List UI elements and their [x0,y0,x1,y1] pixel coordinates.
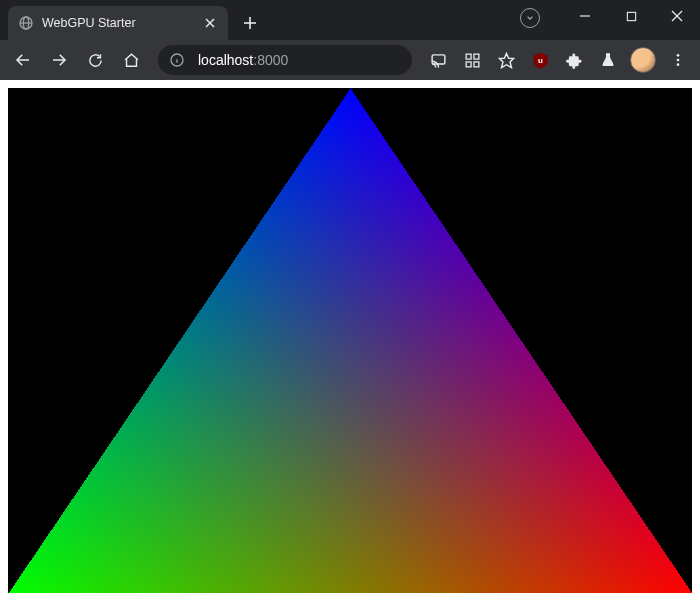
svg-point-23 [677,54,680,57]
browser-toolbar: localhost:8000 u [0,40,700,80]
bookmark-icon[interactable] [490,45,522,75]
tab-title: WebGPU Starter [42,16,194,30]
window-controls [562,0,700,32]
new-tab-button[interactable] [236,9,264,37]
cast-icon[interactable] [422,45,454,75]
apps-icon[interactable] [456,45,488,75]
svg-rect-8 [627,12,635,20]
window-close-button[interactable] [654,0,700,32]
home-button[interactable] [114,45,148,75]
tab-close-icon[interactable] [202,15,218,31]
svg-rect-16 [432,54,445,63]
omnibox-port: :8000 [253,52,288,68]
omnibox-host: localhost [198,52,253,68]
omnibox[interactable]: localhost:8000 [158,45,412,75]
browser-titlebar: WebGPU Starter [0,0,700,40]
globe-icon [18,15,34,31]
svg-rect-20 [473,61,478,66]
canvas-container [8,88,692,593]
window-maximize-button[interactable] [608,0,654,32]
page-viewport [0,80,700,601]
svg-marker-21 [499,53,513,67]
chevron-down-icon[interactable] [520,8,540,28]
svg-rect-17 [466,54,471,59]
svg-point-24 [677,59,680,62]
ublock-icon[interactable]: u [524,45,556,75]
svg-text:u: u [538,55,543,64]
reload-button[interactable] [78,45,112,75]
svg-rect-19 [466,61,471,66]
omnibox-url: localhost:8000 [198,52,288,68]
site-info-icon[interactable] [164,47,190,73]
back-button[interactable] [6,45,40,75]
forward-button[interactable] [42,45,76,75]
profile-avatar[interactable] [630,47,656,73]
labs-flask-icon[interactable] [592,45,624,75]
extensions-puzzle-icon[interactable] [558,45,590,75]
webgpu-canvas [8,88,692,593]
window-minimize-button[interactable] [562,0,608,32]
kebab-menu-icon[interactable] [662,45,694,75]
toolbar-right: u [422,45,694,75]
svg-rect-18 [473,54,478,59]
svg-point-25 [677,63,680,66]
tab-active[interactable]: WebGPU Starter [8,6,228,40]
